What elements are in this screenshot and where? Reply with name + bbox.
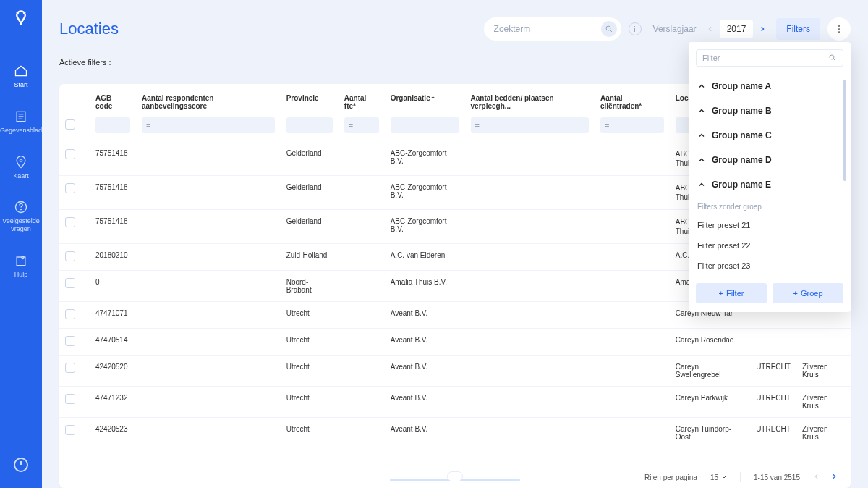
section-label: Filters zonder groep [696, 197, 841, 215]
column-header[interactable]: Aantal bedden/ plaatsen verpleegh... [465, 84, 595, 114]
column-filter[interactable] [344, 117, 379, 133]
nav-start[interactable]: Start [3, 64, 39, 89]
table-row[interactable]: 42420520UtrechtAveant B.V.Careyn Swellen… [59, 356, 851, 387]
row-checkbox[interactable] [65, 149, 75, 159]
filter-group[interactable]: Group name D [696, 148, 841, 172]
filter-preset[interactable]: Filter preset 22 [696, 235, 841, 256]
filter-preset[interactable]: Filter preset 21 [696, 215, 841, 235]
row-checkbox[interactable] [65, 309, 75, 319]
app-logo [11, 9, 31, 29]
row-checkbox[interactable] [65, 278, 75, 288]
filters-button[interactable]: Filters [776, 18, 820, 40]
table-row[interactable]: 47471232UtrechtAveant B.V.Careyn Parkwij… [59, 387, 851, 418]
add-filter-button[interactable]: + Filter [696, 283, 767, 303]
svg-point-16 [830, 55, 834, 59]
filter-group[interactable]: Group name B [696, 98, 841, 123]
year-next[interactable] [756, 22, 769, 35]
rows-per-page-select[interactable]: 15 [710, 474, 727, 481]
svg-point-4 [20, 159, 22, 161]
svg-point-13 [838, 25, 840, 27]
page-range: 1-15 van 2515 [754, 474, 800, 481]
page-next[interactable] [830, 473, 838, 481]
row-checkbox[interactable] [65, 217, 75, 227]
page-title: Locaties [59, 20, 119, 38]
filter-search-input[interactable] [702, 54, 828, 62]
scrollbar[interactable] [843, 80, 846, 181]
year-prev[interactable] [704, 22, 717, 35]
column-filter[interactable] [600, 117, 664, 133]
filter-group[interactable]: Group name C [696, 123, 841, 148]
svg-point-11 [606, 26, 610, 30]
filter-group[interactable]: Group name A [696, 74, 841, 98]
row-checkbox[interactable] [65, 251, 75, 261]
nav-gegevensblad[interactable]: Gegevensblad [3, 109, 39, 135]
svg-point-6 [21, 209, 22, 210]
filter-preset[interactable]: Filter preset 23 [696, 256, 841, 276]
column-header[interactable]: Aantal respondenten aanbevelingsscore [136, 84, 281, 114]
chevron-up-icon [697, 82, 706, 91]
more-menu[interactable] [827, 17, 851, 41]
power-icon[interactable] [12, 456, 30, 474]
search-icon[interactable] [601, 21, 617, 37]
filter-group[interactable]: Group name E [696, 172, 841, 197]
nav-kaart[interactable]: Kaart [3, 155, 39, 180]
chevron-up-icon [447, 471, 463, 481]
nav-hulp[interactable]: Hulp [3, 253, 39, 279]
column-header[interactable]: Aantal fte* [339, 84, 385, 114]
sidebar: Start Gegevensblad Kaart Veelgestelde vr… [0, 0, 42, 488]
table-row[interactable]: 47470514UtrechtAveant B.V.Careyn Rosenda… [59, 329, 851, 356]
add-group-button[interactable]: + Groep [773, 283, 843, 303]
column-header[interactable]: Aantal cliëntraden* [595, 84, 670, 114]
row-checkbox[interactable] [65, 336, 75, 346]
column-header[interactable]: AGB code [90, 84, 136, 114]
svg-point-14 [838, 28, 840, 30]
column-filter[interactable] [286, 117, 333, 133]
column-filter[interactable] [471, 117, 589, 133]
chevron-up-icon [697, 106, 706, 115]
column-filter[interactable] [142, 117, 275, 133]
row-checkbox[interactable] [65, 394, 75, 404]
column-filter[interactable] [391, 117, 459, 133]
info-icon[interactable]: i [629, 22, 642, 35]
chevron-up-icon [697, 131, 706, 140]
search-box [484, 17, 621, 41]
svg-line-12 [610, 30, 612, 33]
nav-faq[interactable]: Veelgestelde vragen [3, 200, 39, 233]
page-prev[interactable] [813, 473, 820, 481]
row-checkbox[interactable] [65, 363, 75, 373]
svg-point-15 [838, 31, 840, 33]
column-header[interactable]: Organisatie [385, 84, 465, 114]
row-checkbox[interactable] [65, 425, 75, 435]
rows-per-page-label: Rijen per pagina [644, 474, 697, 481]
plus-icon: + [793, 289, 797, 298]
table-row[interactable]: 42420523UtrechtAveant B.V.Careyn Tuindor… [59, 418, 851, 449]
year-label: Verslagjaar [653, 24, 697, 34]
svg-line-17 [834, 59, 836, 62]
resize-handle[interactable] [383, 475, 527, 485]
row-checkbox[interactable] [65, 183, 75, 193]
column-header[interactable]: Provincie [281, 84, 339, 114]
plus-icon: + [719, 289, 723, 298]
chevron-up-icon [697, 156, 706, 164]
search-icon [828, 54, 837, 62]
column-filter[interactable] [95, 117, 130, 133]
svg-point-8 [22, 256, 24, 258]
chevron-up-icon [697, 180, 706, 189]
select-all-checkbox[interactable] [65, 119, 75, 130]
year-value[interactable]: 2017 [720, 20, 754, 38]
active-filters-label: Actieve filters : [59, 58, 111, 67]
filter-panel: Group name AGroup name BGroup name CGrou… [689, 42, 851, 312]
